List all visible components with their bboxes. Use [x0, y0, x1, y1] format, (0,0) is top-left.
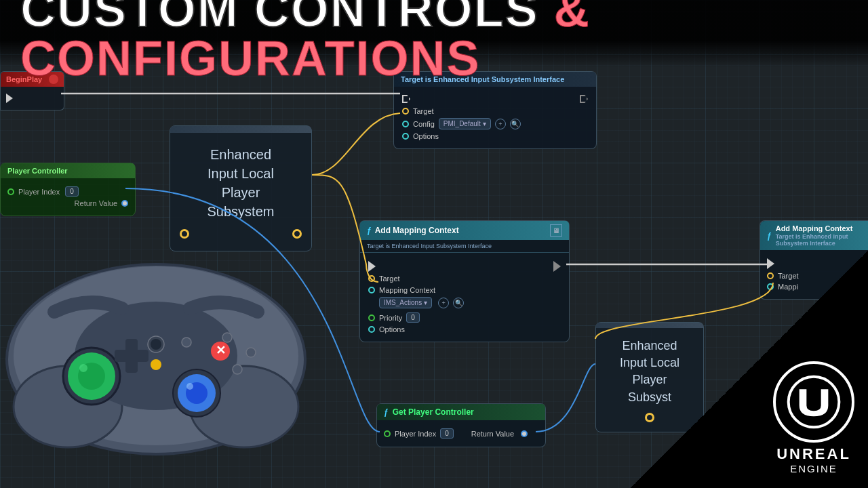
amc1-mc-plus-btn[interactable]: +: [438, 298, 449, 308]
amc1-exec-out: [553, 261, 561, 272]
amc1-exec-in: [368, 261, 376, 272]
top-config-pin: [402, 121, 409, 127]
amc1-mc-label: Mapping Context: [379, 286, 435, 294]
top-config-plus-btn[interactable]: +: [495, 119, 506, 129]
get-player-controller-node: ƒ Get Player Controller Player Index 0 R…: [376, 403, 546, 447]
svg-point-17: [151, 359, 161, 370]
add-mapping-context-1-node: ƒ Add Mapping Context 🖥 Target is Enhanc…: [359, 220, 570, 342]
gpc-player-index-pin: [384, 430, 391, 437]
amc1-priority-pin: [368, 314, 375, 321]
amc2-header: Add Mapping Context: [776, 224, 868, 232]
controller-illustration: ✕: [0, 176, 326, 461]
amc1-mc-value-pill[interactable]: IMS_Actions ▾: [379, 297, 432, 308]
amc1-mc-value-text: IMS_Actions: [384, 299, 422, 306]
top-config-value[interactable]: PMI_Default ▾: [439, 118, 491, 129]
amc1-header: Add Mapping Context: [375, 226, 459, 235]
top-config-search-btn[interactable]: 🔍: [510, 119, 521, 129]
gpc-return-value-pin: [521, 430, 528, 437]
amc1-mc-chevron: ▾: [424, 299, 427, 306]
gpc-player-index-label: Player Index: [395, 430, 436, 438]
amc1-options-pin: [368, 326, 375, 333]
svg-rect-14: [115, 350, 149, 362]
amc1-target-label: Target: [379, 274, 400, 283]
beginplay-exec-out: [6, 94, 13, 103]
top-target-label: Target: [413, 107, 434, 115]
player-controller-label: Player Controller: [7, 167, 68, 175]
svg-point-21: [233, 365, 242, 374]
title-bar: CUSTOM CONTROLS & CONFIGURATIONS: [0, 0, 868, 68]
svg-text:✕: ✕: [216, 344, 226, 357]
ue-logo-circle: [773, 361, 854, 443]
amc2-subtitle: Target is Enhanced Input Subsystem Inter…: [776, 233, 868, 247]
svg-point-12: [186, 383, 193, 390]
amc1-monitor-btn[interactable]: 🖥: [550, 224, 562, 237]
ue-text: UNREAL: [776, 445, 851, 463]
amc1-mc-pin: [368, 287, 375, 293]
amc1-subtitle: Target is Enhanced Input Subsystem Inter…: [367, 243, 492, 249]
top-config-chevron: ▾: [483, 120, 486, 127]
svg-point-19: [222, 333, 232, 342]
unreal-engine-logo-area: UNREAL ENGINE: [773, 361, 854, 474]
top-options-pin: [402, 133, 409, 140]
top-exec-in: [402, 95, 410, 103]
amc1-mc-search-btn[interactable]: 🔍: [453, 298, 464, 308]
amc1-priority-value: 0: [406, 312, 420, 323]
title-text: CUSTOM CONTROLS & CONFIGURATIONS: [20, 0, 848, 83]
svg-point-20: [246, 348, 256, 357]
amc1-priority-label: Priority: [379, 314, 402, 322]
gpc-return-value-label: Return Value: [471, 430, 514, 438]
svg-point-18: [182, 338, 191, 347]
gpc-header: Get Player Controller: [393, 407, 474, 417]
svg-point-23: [151, 339, 161, 350]
svg-point-24: [789, 377, 840, 428]
top-target-pin: [402, 108, 409, 115]
top-config-value-text: PMI_Default: [443, 120, 481, 127]
svg-point-8: [79, 364, 87, 372]
top-options-label: Options: [413, 132, 439, 140]
amc1-target-pin: [368, 275, 375, 282]
ue-subtext: ENGINE: [790, 463, 837, 474]
top-config-label: Config: [413, 120, 435, 128]
amc1-options-label: Options: [379, 325, 405, 333]
top-exec-out: [580, 95, 588, 103]
gpc-player-index-value: 0: [440, 428, 454, 439]
